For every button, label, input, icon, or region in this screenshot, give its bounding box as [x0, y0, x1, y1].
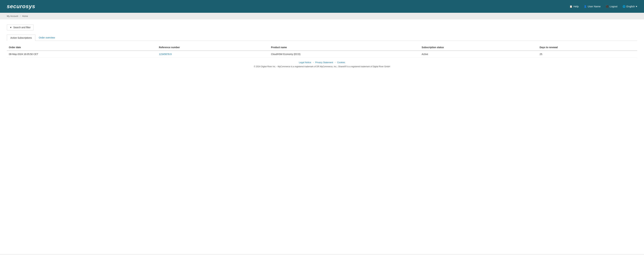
table-header: Order date Reference number Product name… — [7, 44, 637, 51]
filter-icon: ▼ — [10, 26, 12, 29]
breadcrumb: My Account / Home — [0, 13, 644, 20]
cell-order-date: 08-May-2024 16:05:50 CET — [7, 51, 157, 58]
reference-number-link[interactable]: 12345678-9 — [159, 53, 172, 56]
logout-label: Logout — [610, 5, 618, 8]
subscriptions-table: Order date Reference number Product name… — [7, 44, 637, 58]
main-header: securosys 📋 Help 👤 User Name ⬛ Logout 🌐 … — [0, 0, 644, 13]
breadcrumb-account[interactable]: My Account — [7, 15, 18, 17]
help-link[interactable]: 📋 Help — [570, 5, 579, 8]
legal-notice-link[interactable]: Legal Notice — [299, 61, 311, 64]
help-label: Help — [574, 5, 579, 8]
table-body: 08-May-2024 16:05:50 CET 12345678-9 Clou… — [7, 51, 637, 58]
user-icon: 👤 — [584, 5, 587, 8]
language-icon: 🌐 — [622, 5, 626, 8]
table-row: 08-May-2024 16:05:50 CET 12345678-9 Clou… — [7, 51, 637, 58]
language-label: English — [626, 5, 635, 8]
cell-subscription-status: Active — [420, 51, 538, 58]
logout-icon: ⬛ — [606, 5, 609, 8]
col-product-name: Product name — [269, 44, 420, 51]
logo-text: securosys — [7, 3, 35, 9]
col-reference-number: Reference number — [157, 44, 269, 51]
chevron-down-icon: ▾ — [636, 5, 637, 8]
tabs-container: Active Subscriptions Order overview — [7, 35, 637, 41]
col-order-date: Order date — [7, 44, 157, 51]
breadcrumb-separator: / — [20, 15, 20, 17]
tab-order-overview[interactable]: Order overview — [35, 35, 58, 41]
header-nav: 📋 Help 👤 User Name ⬛ Logout 🌐 English ▾ — [570, 5, 637, 8]
privacy-statement-link[interactable]: Privacy Statement — [315, 61, 333, 64]
logo: securosys — [7, 3, 35, 10]
footer-links: Legal Notice - Privacy Statement - Cooki… — [7, 58, 637, 65]
cookies-link[interactable]: Cookies — [337, 61, 345, 64]
help-icon: 📋 — [570, 5, 572, 8]
footer-separator-1: - — [313, 61, 314, 64]
username-label: User Name — [588, 5, 601, 8]
tab-active-subscriptions[interactable]: Active Subscriptions — [7, 35, 35, 41]
col-subscription-status: Subscription status — [420, 44, 538, 51]
breadcrumb-home: Home — [22, 15, 28, 17]
footer-separator-2: - — [335, 61, 336, 64]
language-selector[interactable]: 🌐 English ▾ — [622, 5, 637, 8]
cell-reference-number: 12345678-9 — [157, 51, 269, 58]
copyright-text: © 2024 Digital River Inc. - MyCommerce i… — [254, 65, 390, 68]
filter-button-label: Search and filter — [13, 26, 30, 29]
main-content: ▼ Search and filter Active Subscriptions… — [0, 20, 644, 254]
col-days-to-renewal: Days to renewal — [538, 44, 637, 51]
cell-product-name: CloudHSM Economy (ECO) — [269, 51, 420, 58]
logout-link[interactable]: ⬛ Logout — [606, 5, 618, 8]
username-link[interactable]: 👤 User Name — [584, 5, 601, 8]
footer-copyright: © 2024 Digital River Inc. - MyCommerce i… — [7, 65, 637, 71]
search-filter-button[interactable]: ▼ Search and filter — [7, 25, 34, 30]
cell-days-to-renewal: 25 — [538, 51, 637, 58]
